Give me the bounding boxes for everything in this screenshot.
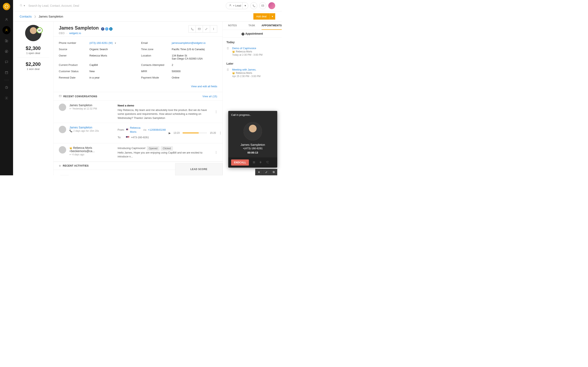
lead-header: James Sampleton f t in CEO · widgetz.io <box>53 22 223 36</box>
edit-lead-button[interactable] <box>203 25 210 33</box>
calendar-icon: 🗓 <box>226 68 230 78</box>
linkedin-icon[interactable]: in <box>109 27 112 31</box>
add-lead-label: + Lead <box>233 4 241 7</box>
dialpad-icon[interactable] <box>252 161 255 164</box>
mute-icon[interactable] <box>259 161 262 164</box>
search-filter-chevron-icon[interactable]: ▾ <box>24 4 25 7</box>
conv1-name: James Sampleton <box>69 104 114 107</box>
email-button[interactable] <box>259 2 266 9</box>
svg-point-8 <box>20 4 22 6</box>
opened-chip: Opened <box>147 146 160 151</box>
from-name[interactable]: Rebecca Moris <box>130 126 141 134</box>
email-value[interactable]: jamessampleton@widgetz.io <box>172 42 217 44</box>
appt2-time: Apr 25 2:30 PM - 3:00 PM <box>232 75 260 78</box>
lead-score-panel[interactable]: LEAD SCORE <box>175 163 223 175</box>
svg-rect-25 <box>260 161 261 162</box>
prod-label: Current Product <box>59 63 89 67</box>
nav-conversations[interactable] <box>2 58 11 66</box>
conv2-more-icon[interactable] <box>219 131 222 135</box>
expand-icon[interactable]: ⤢ <box>263 169 270 175</box>
won-deals-stat: $2,200 1 won deal <box>13 61 53 71</box>
user-avatar[interactable] <box>268 2 275 9</box>
add-deal-dropdown[interactable]: ▾ <box>269 13 275 20</box>
lead-company-link[interactable]: widgetz.io <box>69 32 81 35</box>
app-logo[interactable] <box>3 3 10 10</box>
conv1-more-icon[interactable] <box>215 110 217 114</box>
from-number[interactable]: +12093643248 <box>148 128 166 132</box>
owner-value: Rebecca Moris <box>89 54 135 60</box>
tab-appointments[interactable]: APPOINTMENTS <box>261 22 282 30</box>
won-deals-value: $2,200 <box>13 61 53 67</box>
conv1-when: Yesterday at 12:32 PM <box>72 107 97 110</box>
twitter-icon[interactable]: t <box>105 27 108 31</box>
clicked-chip: Clicked <box>161 146 173 151</box>
social-icons: f t in <box>101 27 112 31</box>
add-lead-button[interactable]: + Lead ▾ <box>226 2 248 9</box>
search-area: ▾ <box>20 4 226 7</box>
mrr-label: MRR <box>141 70 172 73</box>
nav-contacts[interactable] <box>2 26 11 34</box>
lead-name: James Sampleton <box>59 25 99 31</box>
search-icon[interactable] <box>20 4 22 7</box>
add-deal-button[interactable]: Add deal <box>253 13 269 20</box>
lead-header-actions <box>189 25 217 33</box>
appointment-2[interactable]: 🗓 Meeting with James. 👑Rebecca Moris Apr… <box>223 67 282 81</box>
add-lead-dropdown-icon[interactable]: ▾ <box>242 2 248 9</box>
crown-icon: 👑 <box>69 147 72 149</box>
call-avatar <box>243 122 262 141</box>
attempts-label: Contacts Attempted <box>141 63 172 67</box>
crown-icon: 👑 <box>232 50 235 53</box>
progress-bar[interactable] <box>182 133 207 133</box>
tz-label: Time zone <box>141 48 172 51</box>
open-deals-label: 1 open deal <box>13 52 53 55</box>
call-lead-button[interactable] <box>189 25 196 33</box>
status-value: New <box>89 70 135 73</box>
nav-settings[interactable] <box>2 94 11 102</box>
renew-value: in a year <box>89 76 135 79</box>
conv3-more-icon[interactable] <box>215 150 217 155</box>
svg-rect-11 <box>198 28 200 30</box>
conv3-when: 4 days ago <box>72 153 84 156</box>
play-icon[interactable]: ▶ <box>169 131 171 135</box>
conversation-item-3[interactable]: 👑Rebecca Moris <beckiemoris@ca... ↩4 day… <box>53 143 223 162</box>
search-input[interactable] <box>28 4 110 7</box>
minimize-icon[interactable]: ⧉ <box>270 169 277 175</box>
svg-point-16 <box>253 161 254 162</box>
tab-task[interactable]: TASK <box>242 22 261 30</box>
appointment-1[interactable]: 🗓 Demo of CapInvoice 👑Rebecca Moris Toda… <box>223 45 282 59</box>
center-panel: James Sampleton f t in CEO · widgetz.io <box>53 22 223 175</box>
transfer-icon[interactable] <box>266 161 268 164</box>
more-lead-button[interactable] <box>210 25 217 33</box>
tab-notes[interactable]: NOTES <box>223 22 242 30</box>
chevron-right-icon: ❯ <box>34 15 36 18</box>
nav-deals[interactable] <box>2 47 11 55</box>
conv2-name[interactable]: James Sampleton <box>69 126 114 129</box>
nav-accounts[interactable] <box>2 37 11 45</box>
conversations-viewall-link[interactable]: View all (15) <box>203 95 217 98</box>
top-bar: ▾ + Lead ▾ <box>13 0 282 11</box>
source-label: Source <box>59 48 89 51</box>
close-icon[interactable]: ✕ <box>255 169 263 175</box>
appt1-title[interactable]: Demo of CapInvoice <box>232 47 263 50</box>
add-appointment-button[interactable]: +Appointment <box>223 30 282 38</box>
phone-button[interactable] <box>250 2 257 9</box>
star-icon: ☆ <box>59 164 61 167</box>
nav-calendar[interactable] <box>2 68 11 77</box>
nav-leads[interactable] <box>2 16 11 24</box>
time-elapsed: 13:23 <box>173 131 180 135</box>
conversation-item-2[interactable]: James Sampleton 📞2 days ago for 15m 20s … <box>53 123 223 143</box>
summary-panel: 97 $2,300 1 open deal $2,200 1 won deal <box>13 22 53 175</box>
appt2-title[interactable]: Meeting with James. <box>232 68 260 71</box>
email-lead-button[interactable] <box>196 25 203 33</box>
breadcrumb-root[interactable]: Contacts <box>20 15 32 18</box>
view-edit-fields-link[interactable]: View and edit all fields <box>191 85 217 88</box>
svg-point-14 <box>213 30 214 30</box>
reply-icon: ↩ <box>69 107 71 110</box>
svg-point-13 <box>213 29 214 29</box>
nav-reports[interactable] <box>2 83 11 92</box>
conversation-item-1[interactable]: James Sampleton ↩Yesterday at 12:32 PM N… <box>53 101 223 123</box>
facebook-icon[interactable]: f <box>101 27 104 31</box>
phone-value[interactable]: (473)-160-8261 (W)▼ <box>89 42 135 44</box>
end-call-button[interactable]: ENDCALL <box>231 159 249 166</box>
conv3-name: 👑Rebecca Moris <beckiemoris@ca... <box>69 146 114 153</box>
